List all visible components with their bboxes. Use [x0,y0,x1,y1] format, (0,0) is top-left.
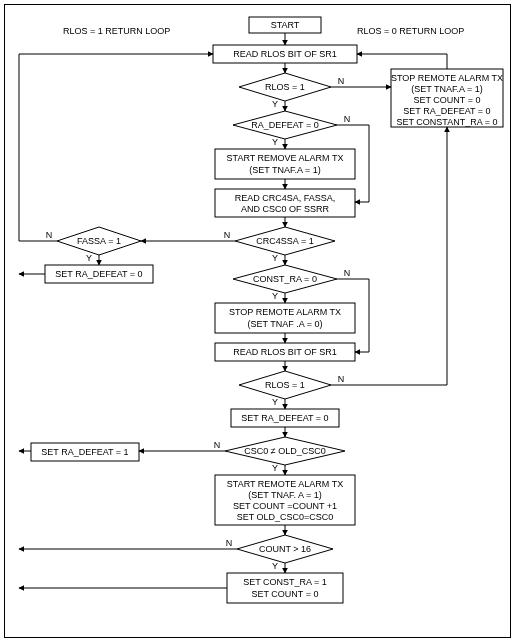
y-label-3: Y [272,253,278,263]
node-d-ra-defeat: RA_DEFEAT = 0 [233,111,337,139]
d-count-text: COUNT > 16 [259,544,311,554]
read-sr1-a-text: READ RLOS BIT OF SR1 [233,49,336,59]
n-label-2: N [344,114,351,124]
y-label-2: Y [272,137,278,147]
set-defeat0-b-text: SET RA_DEFEAT = 0 [241,413,328,423]
y-label-8: Y [272,561,278,571]
set-defeat0-a-text: SET RA_DEFEAT = 0 [55,269,142,279]
node-start: START [249,17,321,33]
start-text: START [271,20,300,30]
stop-remote-l2: SET COUNT = 0 [414,95,481,105]
stop-tx-l0: STOP REMOTE ALARM TX [229,307,341,317]
start-alarm-l0: START REMOTE ALARM TX [227,479,343,489]
n-label-8: N [226,538,233,548]
d-crc4ssa-text: CRC4SSA = 1 [256,236,313,246]
loop-right-label: RLOS = 0 RETURN LOOP [357,26,464,36]
n-label-4: N [46,230,53,240]
node-d-csc0: CSC0 ≠ OLD_CSC0 [225,437,345,465]
node-set-defeat1: SET RA_DEFEAT = 1 [31,443,139,461]
read-ssrr-l1: AND CSC0 OF SSRR [241,204,330,214]
start-rem-l0: START REMOVE ALARM TX [227,153,344,163]
d-rlos-a-text: RLOS = 1 [265,82,305,92]
set-const-l0: SET CONST_RA = 1 [243,577,327,587]
n-label-3: N [224,230,231,240]
node-read-ssrr: READ CRC4SA, FASSA, AND CSC0 OF SSRR [215,189,355,217]
y-label-5: Y [272,291,278,301]
node-d-fassa: FASSA = 1 [57,227,141,255]
stop-remote-l0: STOP REMOTE ALARM TX [391,73,503,83]
node-start-alarm: START REMOTE ALARM TX (SET TNAF. A = 1) … [215,475,355,525]
node-d-count: COUNT > 16 [237,535,333,563]
n-label-5: N [344,268,351,278]
read-ssrr-l0: READ CRC4SA, FASSA, [235,193,336,203]
node-read-sr1-b: READ RLOS BIT OF SR1 [215,343,355,361]
node-set-const: SET CONST_RA = 1 SET COUNT = 0 [227,573,343,603]
n-label-7: N [214,440,221,450]
flowchart-svg: START READ RLOS BIT OF SR1 RLOS = 1 Y N … [5,5,510,637]
node-d-rlos-b: RLOS = 1 [239,371,331,399]
d-ra-defeat-text: RA_DEFEAT = 0 [251,120,318,130]
stop-remote-l4: SET CONSTANT_RA = 0 [397,117,498,127]
stop-tx-l1: (SET TNAF .A = 0) [248,319,323,329]
node-d-rlos-a: RLOS = 1 [239,73,331,101]
node-d-crc4ssa: CRC4SSA = 1 [235,227,335,255]
node-stop-tx: STOP REMOTE ALARM TX (SET TNAF .A = 0) [215,303,355,333]
diagram-frame: START READ RLOS BIT OF SR1 RLOS = 1 Y N … [4,4,511,638]
read-sr1-b-text: READ RLOS BIT OF SR1 [233,347,336,357]
d-fassa-text: FASSA = 1 [77,236,121,246]
y-label-6: Y [272,397,278,407]
node-stop-remote: STOP REMOTE ALARM TX (SET TNAF.A = 1) SE… [391,69,503,127]
stop-remote-l3: SET RA_DEFEAT = 0 [403,106,490,116]
start-alarm-l2: SET COUNT =COUNT +1 [233,501,337,511]
node-set-defeat0-a: SET RA_DEFEAT = 0 [45,265,153,283]
d-csc0-text: CSC0 ≠ OLD_CSC0 [244,446,325,456]
y-label-4: Y [86,253,92,263]
start-alarm-l3: SET OLD_CSC0=CSC0 [237,512,334,522]
node-set-defeat0-b: SET RA_DEFEAT = 0 [231,409,339,427]
loop-left-label: RLOS = 1 RETURN LOOP [63,26,170,36]
n-label: N [338,76,345,86]
d-rlos-b-text: RLOS = 1 [265,380,305,390]
set-const-l1: SET COUNT = 0 [252,589,319,599]
start-alarm-l1: (SET TNAF. A = 1) [248,490,321,500]
node-d-const-ra: CONST_RA = 0 [233,265,337,293]
y-label-7: Y [272,463,278,473]
y-label: Y [272,99,278,109]
set-defeat1-text: SET RA_DEFEAT = 1 [41,447,128,457]
n-label-6: N [338,374,345,384]
node-read-sr1-a: READ RLOS BIT OF SR1 [213,45,357,63]
node-start-remove: START REMOVE ALARM TX (SET TNAF.A = 1) [215,149,355,179]
d-const-ra-text: CONST_RA = 0 [253,274,317,284]
stop-remote-l1: (SET TNAF.A = 1) [411,84,482,94]
start-rem-l1: (SET TNAF.A = 1) [249,165,320,175]
